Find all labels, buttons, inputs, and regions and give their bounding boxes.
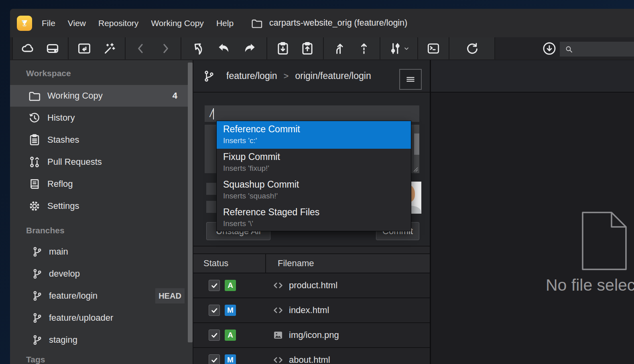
head-badge: HEAD: [155, 288, 185, 303]
sidebar-item-label: Reflog: [47, 179, 73, 189]
clipboard-up-icon: [300, 41, 315, 56]
autocomplete-item-reference-staged-files[interactable]: Reference Staged Files Inserts '\': [217, 204, 411, 232]
code-file-icon: [272, 304, 284, 316]
no-file-selected-text: No file selected: [546, 276, 634, 295]
sidebar-item-stashes[interactable]: Stashes: [10, 129, 193, 151]
branch-label: main: [49, 247, 68, 257]
stage-checkbox[interactable]: [209, 280, 220, 291]
file-row-product-html[interactable]: A product.html: [193, 273, 430, 298]
column-divider[interactable]: [265, 254, 266, 273]
sidebar-item-label: Pull Requests: [47, 157, 102, 167]
autocomplete-item-squashup-commit[interactable]: Squashup Commit Inserts 'squash!': [217, 176, 411, 204]
terminal-icon: [426, 41, 441, 56]
toolbar-search[interactable]: [560, 42, 634, 57]
column-status[interactable]: Status: [203, 258, 228, 269]
branch-separator: >: [284, 71, 289, 81]
stash-toolbar-button[interactable]: [299, 40, 316, 57]
commit-message-input[interactable]: /: [205, 105, 419, 122]
toolbar-group-refresh: [449, 37, 495, 59]
menu-repository[interactable]: Repository: [98, 18, 138, 28]
redo-button[interactable]: [241, 40, 258, 57]
git-branch-icon: [202, 69, 216, 83]
sourcetree-logo-icon: [19, 18, 30, 28]
remote-branch-label: origin/feature/login: [295, 71, 371, 81]
create-button[interactable]: [100, 40, 118, 57]
empty-file-icon: [579, 211, 628, 271]
refresh-button[interactable]: [463, 40, 481, 57]
sidebar-item-label: Settings: [47, 201, 79, 211]
undo-button[interactable]: [215, 40, 233, 57]
stage-checkbox[interactable]: [209, 354, 220, 364]
hidden-control: [206, 183, 217, 195]
menu-file[interactable]: File: [42, 18, 55, 28]
commit-toolbar-button[interactable]: [274, 40, 292, 57]
local-repos-button[interactable]: [44, 40, 61, 57]
branch-item-feature-login[interactable]: feature/login HEAD: [10, 285, 193, 307]
hidden-control: [206, 201, 217, 213]
branch-item-develop[interactable]: develop: [10, 263, 193, 285]
autocomplete-item-reference-commit[interactable]: Reference Commit Inserts 'c:': [217, 121, 411, 149]
check-icon: [211, 307, 218, 314]
sidebar-item-reflog[interactable]: Reflog: [10, 173, 193, 195]
magic-wand-icon: [102, 41, 117, 56]
file-row-index-html[interactable]: M index.html: [193, 298, 430, 323]
branch-item-staging[interactable]: staging: [10, 329, 193, 351]
reflog-book-icon: [28, 177, 41, 191]
hamburger-menu-icon: [405, 74, 416, 85]
clipboard-down-icon: [275, 41, 291, 56]
resize-grip-icon[interactable]: [412, 166, 419, 172]
push-button[interactable]: [355, 40, 373, 57]
desktop-background: File View Repository Working Copy Help c…: [0, 0, 634, 364]
settings-gear-icon: [28, 199, 41, 213]
nav-back-button[interactable]: [132, 40, 150, 57]
remote-button[interactable]: [19, 40, 37, 57]
check-icon: [211, 282, 218, 289]
branch-label: develop: [49, 269, 80, 279]
file-table-header: Status Filename: [193, 254, 430, 273]
branch-dropdown-button[interactable]: [386, 40, 412, 57]
branch-compare-icon: [388, 41, 403, 56]
terminal-button[interactable]: [425, 40, 442, 57]
file-row-img-icon-png[interactable]: A img/icon.png: [193, 323, 430, 348]
autocomplete-item-fixup-commit[interactable]: Fixup Commit Inserts 'fixup!': [217, 149, 411, 176]
file-row-about-html[interactable]: M about.html: [193, 348, 430, 364]
sidebar-item-label: Working Copy: [47, 91, 103, 101]
textarea-scrollbar-thumb[interactable]: [414, 133, 419, 155]
menu-help[interactable]: Help: [216, 18, 234, 28]
search-input[interactable]: [577, 44, 630, 54]
folder-icon: [28, 89, 41, 103]
sidebar-item-settings[interactable]: Settings: [10, 195, 193, 217]
window-repo-title: carparts-website_orig (feature/login): [269, 18, 407, 28]
column-filename[interactable]: Filename: [278, 258, 314, 269]
nav-forward-button[interactable]: [156, 40, 174, 57]
status-badge-modified: M: [225, 305, 236, 316]
fetch-status-button[interactable]: [541, 40, 558, 57]
filename-label: about.html: [289, 355, 330, 364]
sidebar-item-working-copy[interactable]: Working Copy 4: [10, 85, 193, 107]
tags-header: Tags: [26, 355, 45, 364]
pull-button[interactable]: [331, 40, 348, 57]
sidebar-scrollbar[interactable]: [188, 63, 193, 342]
stage-checkbox[interactable]: [209, 305, 220, 316]
text-caret: [213, 108, 214, 119]
working-copy-panel: feature/login > origin/feature/login /: [193, 60, 430, 364]
clone-folder-icon: [77, 41, 92, 56]
branch-item-main[interactable]: main: [10, 241, 193, 263]
menu-view[interactable]: View: [68, 18, 86, 28]
menu-working-copy[interactable]: Working Copy: [151, 18, 204, 28]
sourcetree-window: File View Repository Working Copy Help c…: [10, 9, 634, 364]
sidebar-item-pull-requests[interactable]: Pull Requests: [10, 151, 193, 173]
current-branch-label: feature/login: [226, 71, 277, 81]
filename-label: img/icon.png: [289, 330, 339, 340]
panel-splitter[interactable]: [193, 246, 430, 254]
status-badge-added: A: [225, 280, 236, 291]
branch-item-feature-uploader[interactable]: feature/uploader: [10, 307, 193, 329]
pull-request-icon: [28, 155, 41, 169]
stage-checkbox[interactable]: [209, 330, 220, 341]
branch-options-button[interactable]: [399, 69, 422, 90]
checkout-button[interactable]: [189, 40, 207, 57]
toolbar-group-history: [181, 37, 266, 59]
clone-button[interactable]: [75, 40, 93, 57]
sidebar-item-history[interactable]: History: [10, 107, 193, 129]
filename-label: index.html: [289, 305, 329, 315]
